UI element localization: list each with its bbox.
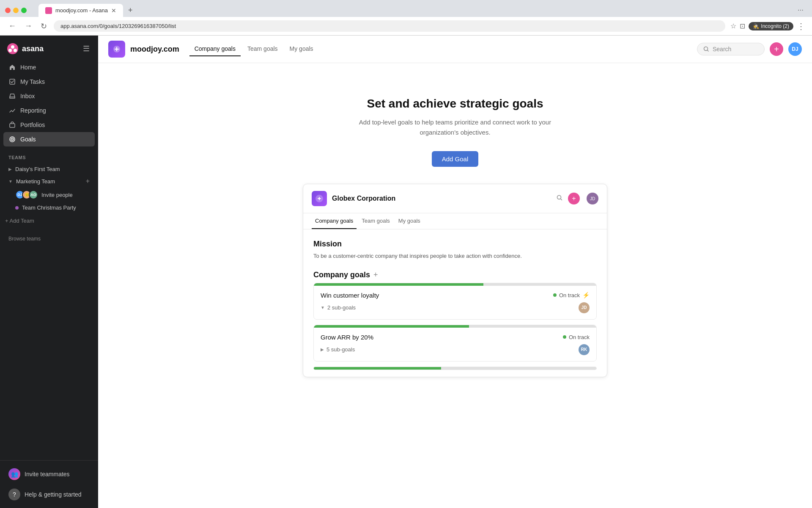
refresh-btn[interactable]: ↻ <box>39 20 49 33</box>
browser-tab[interactable]: moodjoy.com - Asana ✕ <box>38 4 123 17</box>
maximize-window-btn[interactable] <box>21 8 27 13</box>
panel-user-avatar[interactable]: JD <box>587 193 598 204</box>
goal-2-bottom: ▶ 5 sub-goals RK <box>321 344 590 355</box>
svg-rect-5 <box>10 124 15 127</box>
global-add-btn[interactable]: + <box>770 42 783 56</box>
panel-search-icon[interactable] <box>554 193 565 204</box>
sidebar-item-reporting[interactable]: Reporting <box>3 103 95 118</box>
avatar-3: AO <box>29 190 38 199</box>
goals-icon <box>8 135 16 143</box>
header-tabs: Company goals Team goals My goals <box>189 42 318 56</box>
tab-company-goals[interactable]: Company goals <box>189 42 241 56</box>
browser-menu-btn[interactable]: ⋯ <box>794 7 807 14</box>
forward-btn[interactable]: → <box>23 20 34 32</box>
panel-tab-my-goals[interactable]: My goals <box>395 213 424 229</box>
add-goal-btn[interactable]: Add Goal <box>432 151 479 167</box>
invite-teammates-label: Invite teammates <box>25 471 70 478</box>
help-label: Help & getting started <box>25 491 82 498</box>
sidebar-item-inbox-label: Inbox <box>20 93 35 99</box>
page-content: Set and achieve strategic goals Add top-… <box>98 63 812 508</box>
tab-company-goals-label: Company goals <box>195 45 236 52</box>
panel-add-btn[interactable]: + <box>568 193 580 204</box>
goal-2-subgoals-label: 5 sub-goals <box>326 346 355 353</box>
invite-teammates-btn[interactable]: 👥 Invite teammates <box>3 464 95 484</box>
browser-actions: ☆ ⊡ 🕵 Incognito (2) ⋮ <box>730 21 805 31</box>
sidebar-teams-section: Teams ▶ Daisy's First Team ▼ Marketing T… <box>0 148 98 215</box>
goal-2-status-text: On track <box>569 334 590 340</box>
goal-1-status-text: On track <box>559 292 580 298</box>
company-goals-add-btn[interactable]: + <box>373 271 378 279</box>
tab-bar: moodjoy.com - Asana ✕ + <box>33 3 791 17</box>
help-icon: ? <box>8 489 20 500</box>
sidebar-item-home-label: Home <box>20 64 36 71</box>
back-btn[interactable]: ← <box>7 20 18 32</box>
company-goals-title-text: Company goals <box>313 271 370 279</box>
goals-panel: Globex Corporation + JD Company goals <box>286 184 624 394</box>
sidebar-item-marketing-team[interactable]: ▼ Marketing Team + <box>3 175 95 188</box>
goals-panel-inner: Globex Corporation + JD Company goals <box>303 184 607 377</box>
goal-2-subgoals-toggle[interactable]: ▶ 5 sub-goals <box>321 346 355 353</box>
invite-people-row[interactable]: DJ 🙂 AO Invite people <box>3 188 95 202</box>
christmas-party-label: Team Christmas Party <box>22 204 76 211</box>
tab-favicon <box>45 7 52 14</box>
bookmark-icon[interactable]: ☆ <box>730 22 736 30</box>
address-bar[interactable]: app.asana.com/0/goals/1203269616387050/l… <box>54 20 725 32</box>
sidebar-footer: 👥 Invite teammates ? Help & getting star… <box>0 460 98 508</box>
app: asana ☰ Home My Tasks <box>0 36 812 508</box>
daisy-team-label: Daisy's First Team <box>15 166 60 172</box>
org-name-label: moodjoy.com <box>130 45 179 53</box>
sidebar-item-goals-label: Goals <box>20 136 36 143</box>
sidebar-item-inbox[interactable]: Inbox <box>3 89 95 103</box>
asana-logo-text: asana <box>22 44 44 53</box>
sidebar-item-goals[interactable]: Goals <box>3 132 95 146</box>
browse-teams-section: Browse teams <box>0 226 98 246</box>
goal-2-status-dot <box>563 335 566 339</box>
sidebar-item-my-tasks[interactable]: My Tasks <box>3 75 95 89</box>
goal-1-subgoals-label: 2 sub-goals <box>327 304 356 311</box>
panel-tab-company-goals[interactable]: Company goals <box>312 213 357 229</box>
help-btn[interactable]: ? Help & getting started <box>3 484 95 505</box>
panel-org-icon <box>312 191 327 206</box>
goal-2-owner-avatar: RK <box>579 344 590 355</box>
tab-team-goals[interactable]: Team goals <box>242 42 283 56</box>
svg-point-11 <box>557 196 561 199</box>
incognito-badge: 🕵 Incognito (2) <box>749 22 793 30</box>
marketing-team-add-btn[interactable]: + <box>86 177 90 185</box>
tab-my-goals[interactable]: My goals <box>285 42 318 56</box>
top-header: moodjoy.com Company goals Team goals My … <box>98 36 812 63</box>
sidebar-item-portfolios[interactable]: Portfolios <box>3 118 95 132</box>
goal-1-subgoals-toggle[interactable]: ▼ 2 sub-goals <box>321 304 356 311</box>
sidebar: asana ☰ Home My Tasks <box>0 36 98 508</box>
new-tab-btn[interactable]: + <box>124 3 137 17</box>
add-team-btn[interactable]: + Add Team <box>0 215 98 226</box>
goal-1-lightning-icon: ⚡ <box>582 292 590 298</box>
svg-point-3 <box>14 49 17 52</box>
sidebar-toggle-btn[interactable]: ☰ <box>81 42 91 55</box>
user-initials: DJ <box>792 46 798 52</box>
panel-tab-team-goals[interactable]: Team goals <box>358 213 393 229</box>
subgoals-chevron-icon: ▼ <box>321 305 325 310</box>
close-window-btn[interactable] <box>5 8 11 13</box>
minimize-window-btn[interactable] <box>13 8 19 13</box>
sidebar-item-home[interactable]: Home <box>3 60 95 75</box>
goal-1-name[interactable]: Win customer loyalty <box>321 292 379 299</box>
chevron-right-icon: ▶ <box>8 167 12 171</box>
user-avatar[interactable]: DJ <box>788 42 802 56</box>
subgoals-2-chevron-icon: ▶ <box>321 347 324 352</box>
tab-my-goals-label: My goals <box>290 45 313 52</box>
search-box[interactable]: Search <box>697 43 765 55</box>
company-goals-title: Company goals + <box>313 271 597 279</box>
sidebar-nav: Home My Tasks Inbox Report <box>0 58 98 148</box>
invite-people-label: Invite people <box>41 192 73 198</box>
sidebar-item-daisy-team[interactable]: ▶ Daisy's First Team <box>3 163 95 175</box>
mission-title: Mission <box>313 240 597 248</box>
goal-2-name[interactable]: Grow ARR by 20% <box>321 334 373 341</box>
tab-team-goals-label: Team goals <box>247 45 278 52</box>
incognito-label: Incognito (2) <box>761 23 789 29</box>
browser-chrome: moodjoy.com - Asana ✕ + ⋯ ← → ↻ app.asan… <box>0 0 812 36</box>
browser-options-icon[interactable]: ⋮ <box>797 21 805 31</box>
sidebar-item-christmas-party[interactable]: Team Christmas Party <box>3 202 95 213</box>
split-view-icon[interactable]: ⊡ <box>740 22 745 30</box>
browse-teams-btn[interactable]: Browse teams <box>3 233 95 244</box>
tab-close-btn[interactable]: ✕ <box>111 7 116 14</box>
